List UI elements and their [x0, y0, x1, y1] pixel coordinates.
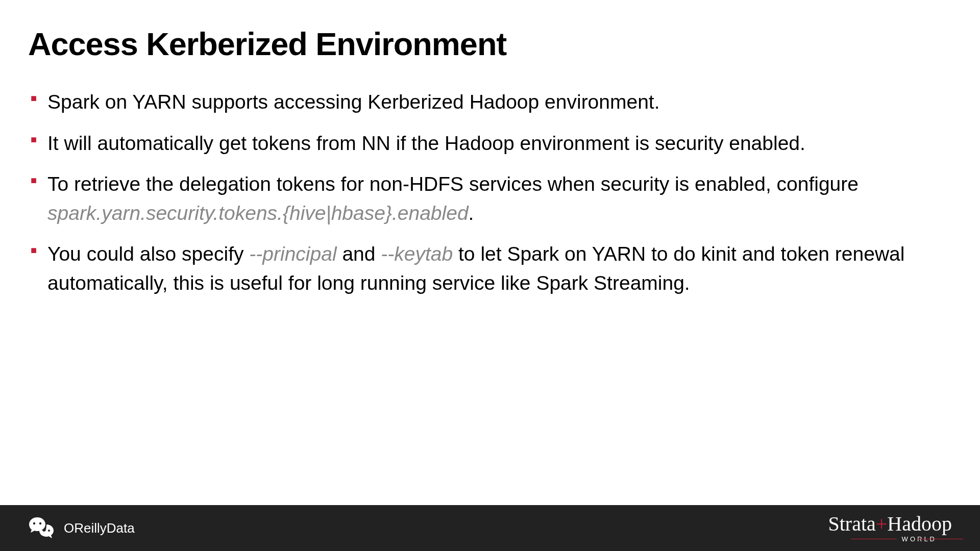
footer-right: Strata+Hadoop WORLD — [828, 514, 952, 543]
svg-point-2 — [43, 530, 45, 532]
chat-icon — [28, 516, 55, 540]
bullet-list: Spark on YARN supports accessing Kerberi… — [28, 88, 952, 297]
bullet-text: . — [469, 202, 474, 224]
bullet-text: and — [337, 243, 381, 265]
slide-content: Access Kerberized Environment Spark on Y… — [0, 0, 980, 297]
bullet-code: --keytab — [381, 243, 453, 265]
logo-part-1: Strata — [828, 512, 875, 535]
bullet-item: You could also specify --principal and -… — [28, 240, 952, 297]
svg-point-0 — [33, 522, 35, 524]
bullet-code: spark.yarn.security.tokens.{hive|hbase}.… — [47, 202, 469, 224]
strata-hadoop-logo: Strata+Hadoop — [828, 514, 952, 534]
logo-plus: + — [876, 512, 888, 535]
bullet-item: It will automatically get tokens from NN… — [28, 129, 952, 158]
bullet-text: It will automatically get tokens from NN… — [47, 132, 805, 154]
svg-point-1 — [39, 522, 41, 524]
footer-left: OReillyData — [28, 516, 135, 540]
svg-point-3 — [48, 530, 50, 532]
bullet-text: You could also specify — [47, 243, 249, 265]
bullet-text: To retrieve the delegation tokens for no… — [47, 173, 859, 195]
footer-brand: OReillyData — [64, 520, 135, 536]
bullet-text: Spark on YARN supports accessing Kerberi… — [47, 91, 660, 113]
logo-subtitle: WORLD — [887, 535, 952, 543]
bullet-item: To retrieve the delegation tokens for no… — [28, 170, 952, 228]
bullet-item: Spark on YARN supports accessing Kerberi… — [28, 88, 952, 117]
slide-title: Access Kerberized Environment — [28, 26, 952, 62]
logo-part-2: Hadoop — [887, 512, 952, 535]
footer: OReillyData Strata+Hadoop WORLD — [0, 505, 980, 551]
bullet-code: --principal — [249, 243, 336, 265]
